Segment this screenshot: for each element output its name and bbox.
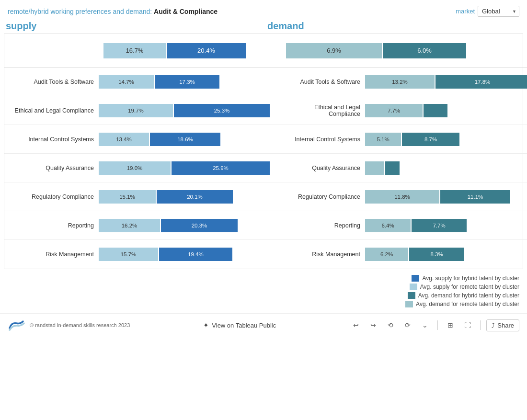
supply-row-bars: 19.0% 25.9% — [99, 161, 270, 175]
demand-row: Reporting 6.4% 7.7% — [275, 211, 527, 240]
demand-summary-bars: 6.9% 6.0% — [281, 43, 527, 58]
supply-row: Risk Management 15.7% 19.4% — [4, 240, 275, 269]
supply-row-label: Audit Tools & Software — [10, 79, 99, 85]
demand-light-bar: 6.2% — [365, 248, 408, 261]
demand-dark-bar: 8.3% — [409, 248, 464, 261]
supply-row-label: Internal Control Systems — [10, 136, 99, 143]
title-bold: Audit & Compliance — [154, 8, 218, 15]
supply-row-label: Regulatory Compliance — [10, 193, 99, 200]
legend-swatch — [410, 284, 417, 290]
undo-button[interactable]: ↩ — [349, 318, 363, 332]
forward-button[interactable]: ⟳ — [401, 318, 414, 332]
supply-dark-bar: 17.3% — [155, 75, 219, 89]
supply-light-bar: 14.7% — [99, 75, 154, 89]
supply-dark-bar: 20.1% — [157, 190, 233, 204]
share-label: Share — [497, 322, 514, 329]
demand-row: Regulatory Compliance 11.8% 11.1% — [275, 182, 527, 211]
demand-dark-bar: 8.7% — [402, 133, 459, 146]
demand-rows: Audit Tools & Software 13.2% 17.8% Ethic… — [275, 68, 527, 269]
demand-row-bars — [365, 161, 527, 175]
supply-summary-dark-bar: 20.4% — [167, 43, 246, 58]
demand-row: Audit Tools & Software 13.2% 17.8% — [275, 68, 527, 96]
supply-row: Regulatory Compliance 15.1% 20.1% — [4, 182, 275, 211]
demand-dark-bar — [385, 161, 400, 175]
demand-dark-bar — [424, 104, 447, 117]
demand-summary-row: 6.9% 6.0% — [275, 34, 527, 68]
legend-swatch — [412, 275, 419, 282]
share-button[interactable]: ⤴ Share — [486, 319, 519, 331]
supply-row-label: Risk Management — [10, 251, 99, 258]
demand-light-bar: 7.7% — [365, 104, 423, 117]
supply-light-bar: 19.0% — [99, 161, 171, 175]
supply-summary-row: 16.7% 20.4% — [4, 34, 275, 68]
supply-heading: supply — [4, 21, 264, 32]
demand-row: Quality Assurance — [275, 154, 527, 182]
demand-row-label: Reporting — [281, 222, 365, 229]
demand-row-bars: 5.1% 8.7% — [365, 133, 527, 146]
legend-row: Avg. supply for hybrid talent by cluster — [412, 275, 519, 282]
market-selector-area: market Global Americas EMEA APAC — [456, 6, 519, 17]
supply-row-label: Quality Assurance — [10, 165, 99, 171]
supply-panel: 16.7% 20.4% Audit Tools & Software 14.7%… — [4, 34, 275, 269]
supply-row-bars: 15.7% 19.4% — [99, 248, 270, 261]
demand-light-bar: 11.8% — [365, 190, 439, 204]
demand-row: Internal Control Systems 5.1% 8.7% — [275, 125, 527, 154]
demand-summary-light-bar: 6.9% — [286, 43, 382, 58]
legend-label: Avg. demand for remote talent by cluster — [416, 301, 519, 307]
demand-light-bar: 6.4% — [365, 219, 411, 232]
demand-light-bar — [365, 161, 384, 175]
supply-row-label: Reporting — [10, 222, 99, 229]
footer-left: © randstad in-demand skills research 202… — [8, 318, 130, 332]
view-tableau-label: View on Tableau Public — [212, 322, 276, 329]
supply-row: Ethical and Legal Compliance 19.7% 25.3% — [4, 96, 275, 125]
supply-row-bars: 16.2% 20.3% — [99, 219, 270, 232]
fullscreen-button[interactable]: ⛶ — [461, 318, 474, 332]
demand-row: Ethical and Legal Compliance 7.7% — [275, 96, 527, 125]
supply-dark-bar: 25.9% — [172, 161, 270, 175]
header: remote/hybrid working preferences and de… — [0, 0, 527, 21]
legend-label: Avg. supply for remote talent by cluster — [420, 284, 519, 290]
demand-dark-bar: 17.8% — [435, 75, 527, 89]
supply-summary-light-bar: 16.7% — [103, 43, 166, 58]
supply-light-bar: 15.7% — [99, 248, 158, 261]
demand-row-label: Risk Management — [281, 251, 365, 258]
supply-row-bars: 15.1% 20.1% — [99, 190, 270, 204]
demand-heading: demand — [264, 21, 523, 32]
demand-row-bars: 7.7% — [365, 104, 527, 117]
supply-light-bar: 13.4% — [99, 133, 149, 146]
market-dropdown[interactable]: Global Americas EMEA APAC — [478, 6, 519, 17]
supply-row-bars: 13.4% 18.6% — [99, 133, 270, 146]
back-button[interactable]: ⟲ — [384, 318, 397, 332]
legend-label: Avg. supply for hybrid talent by cluster — [422, 275, 519, 282]
supply-dark-bar: 20.3% — [161, 219, 238, 232]
page-title: remote/hybrid working preferences and de… — [8, 7, 218, 16]
supply-row-bars: 14.7% 17.3% — [99, 75, 270, 89]
supply-dark-bar: 18.6% — [150, 133, 220, 146]
legend: Avg. supply for hybrid talent by cluster… — [0, 269, 527, 311]
demand-panel: 6.9% 6.0% Audit Tools & Software 13.2% 1… — [275, 34, 527, 269]
supply-summary-bars: 16.7% 20.4% — [10, 43, 270, 58]
demand-row-bars: 13.2% 17.8% — [365, 75, 527, 89]
view-tableau-icon: ✦ — [203, 321, 209, 329]
demand-summary-dark-bar: 6.0% — [383, 43, 466, 58]
supply-light-bar: 16.2% — [99, 219, 160, 232]
view-tableau-link[interactable]: ✦ View on Tableau Public — [203, 321, 276, 329]
legend-label: Avg. demand for hybrid talent by cluster — [418, 292, 519, 299]
supply-dark-bar: 25.3% — [174, 104, 270, 117]
legend-swatch — [405, 301, 413, 307]
footer-logo — [8, 318, 25, 332]
market-label: market — [456, 8, 475, 15]
demand-dark-bar: 7.7% — [412, 219, 467, 232]
demand-row-label: Quality Assurance — [281, 165, 365, 171]
redo-button[interactable]: ↪ — [367, 318, 380, 332]
supply-row-label: Ethical and Legal Compliance — [10, 107, 99, 114]
market-dropdown-wrapper[interactable]: Global Americas EMEA APAC — [478, 6, 519, 17]
demand-row-label: Regulatory Compliance — [281, 193, 365, 200]
footer-divider-1 — [437, 320, 438, 330]
footer-divider-2 — [480, 320, 481, 330]
charts-container: 16.7% 20.4% Audit Tools & Software 14.7%… — [4, 34, 523, 269]
more-button[interactable]: ⌄ — [418, 318, 432, 332]
legend-swatch — [408, 292, 415, 299]
demand-light-bar: 13.2% — [365, 75, 435, 89]
layout-button[interactable]: ⊞ — [444, 318, 457, 332]
